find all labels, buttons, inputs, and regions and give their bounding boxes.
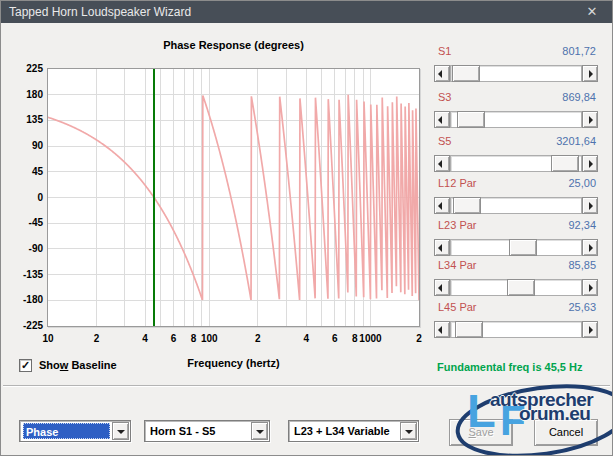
scroll-left-arrow-icon[interactable] [434, 197, 450, 214]
slider-row-l45-par: L45 Par25,63 [434, 301, 598, 339]
y-tick-label: -135 [9, 269, 43, 280]
slider-scrollbar[interactable] [434, 65, 598, 82]
slider-value: 869,84 [562, 91, 596, 106]
logo-text-lautsprecher: autsprecher [490, 389, 593, 411]
slider-thumb[interactable] [455, 321, 483, 338]
graph-type-combobox[interactable]: Phase [19, 420, 131, 442]
slider-value: 92,34 [568, 219, 596, 234]
scroll-right-arrow-icon[interactable] [582, 279, 598, 296]
x-tick-label: 6 [171, 333, 177, 344]
dropdown-arrow-icon[interactable] [251, 422, 268, 440]
slider-label: L34 Par [438, 259, 477, 274]
horn-segment-value: Horn S1 - S5 [148, 423, 249, 439]
slider-scrollbar[interactable] [434, 239, 598, 256]
slider-label: S1 [438, 45, 451, 60]
y-tick-label: -90 [9, 243, 43, 254]
slider-scrollbar[interactable] [434, 321, 598, 338]
y-tick-label: 90 [9, 140, 43, 151]
slider-thumb[interactable] [452, 65, 480, 82]
slider-label-row: S3869,84 [434, 91, 598, 106]
slider-value: 25,00 [568, 177, 596, 192]
graph-type-value: Phase [23, 423, 110, 439]
chart-title: Phase Response (degrees) [48, 39, 419, 51]
save-button[interactable]: Save [449, 419, 513, 446]
slider-value: 801,72 [562, 45, 596, 60]
scroll-left-arrow-icon[interactable] [434, 279, 450, 296]
x-tick-label: 2 [416, 333, 422, 344]
slider-label-row: L45 Par25,63 [434, 301, 598, 316]
scroll-left-arrow-icon[interactable] [434, 155, 450, 172]
slider-thumb[interactable] [509, 239, 537, 256]
variable-mode-combobox[interactable]: L23 + L34 Variable [288, 420, 419, 442]
x-tick-label: 8 [191, 333, 197, 344]
slider-label: S3 [438, 91, 451, 106]
x-tick-label: 1000 [359, 333, 381, 344]
slider-label: S5 [438, 135, 451, 150]
phase-chart-svg [48, 69, 419, 326]
x-tick-label: 10 [42, 333, 53, 344]
y-tick-label: 0 [9, 192, 43, 203]
y-tick-label: 45 [9, 166, 43, 177]
x-tick-label: 8 [352, 333, 358, 344]
x-tick-label: 2 [255, 333, 261, 344]
y-tick-label: 135 [9, 114, 43, 125]
phase-chart-plot [47, 68, 420, 327]
slider-row-s1: S1801,72 [434, 45, 598, 83]
slider-label-row: L12 Par25,00 [434, 177, 598, 192]
check-icon: ✓ [21, 359, 30, 371]
dropdown-arrow-icon[interactable] [112, 422, 129, 440]
cancel-button[interactable]: Cancel [534, 419, 598, 446]
slider-value: 25,63 [568, 301, 596, 316]
slider-scrollbar[interactable] [434, 279, 598, 296]
y-tick-label: -225 [9, 320, 43, 331]
slider-label: L23 Par [438, 219, 477, 234]
slider-thumb[interactable] [551, 155, 579, 172]
title-bar: Tapped Horn Loudspeaker Wizard ✕ [1, 1, 612, 23]
slider-scrollbar[interactable] [434, 155, 598, 172]
slider-scrollbar[interactable] [434, 111, 598, 128]
slider-value: 85,85 [568, 259, 596, 274]
scroll-left-arrow-icon[interactable] [434, 239, 450, 256]
show-baseline-checkbox[interactable]: ✓ [19, 359, 32, 372]
scroll-right-arrow-icon[interactable] [582, 65, 598, 82]
y-tick-label: -180 [9, 294, 43, 305]
x-tick-label: 4 [304, 333, 310, 344]
scroll-right-arrow-icon[interactable] [582, 111, 598, 128]
slider-row-s3: S3869,84 [434, 91, 598, 129]
slider-thumb[interactable] [507, 279, 535, 296]
divider [3, 385, 610, 387]
slider-thumb[interactable] [457, 111, 485, 128]
x-tick-label: 6 [332, 333, 338, 344]
slider-row-l23-par: L23 Par92,34 [434, 219, 598, 257]
x-tick-label: 4 [142, 333, 148, 344]
slider-label-row: S53201,64 [434, 135, 598, 150]
window-title: Tapped Horn Loudspeaker Wizard [9, 5, 191, 19]
scroll-right-arrow-icon[interactable] [582, 197, 598, 214]
show-baseline-label: Show Baseline [39, 359, 117, 371]
close-icon[interactable]: ✕ [572, 1, 612, 23]
slider-label-row: L23 Par92,34 [434, 219, 598, 234]
variable-mode-value: L23 + L34 Variable [292, 423, 398, 439]
slider-scrollbar[interactable] [434, 197, 598, 214]
dropdown-arrow-icon[interactable] [400, 422, 417, 440]
slider-value: 3201,64 [556, 135, 596, 150]
slider-row-l12-par: L12 Par25,00 [434, 177, 598, 215]
fundamental-freq-text: Fundamental freq is 45,5 Hz [437, 361, 612, 373]
scroll-left-arrow-icon[interactable] [434, 321, 450, 338]
slider-label-row: S1801,72 [434, 45, 598, 60]
slider-thumb[interactable] [453, 197, 481, 214]
scroll-right-arrow-icon[interactable] [582, 155, 598, 172]
x-tick-label: 100 [201, 333, 218, 344]
scroll-right-arrow-icon[interactable] [582, 239, 598, 256]
slider-row-l34-par: L34 Par85,85 [434, 259, 598, 297]
slider-label: L45 Par [438, 301, 477, 316]
horn-segment-combobox[interactable]: Horn S1 - S5 [144, 420, 270, 442]
slider-label-row: L34 Par85,85 [434, 259, 598, 274]
wizard-dialog: Tapped Horn Loudspeaker Wizard ✕ Phase R… [0, 0, 613, 456]
scroll-left-arrow-icon[interactable] [434, 65, 450, 82]
slider-label: L12 Par [438, 177, 477, 192]
y-tick-label: 225 [9, 63, 43, 74]
scroll-left-arrow-icon[interactable] [434, 111, 450, 128]
scroll-right-arrow-icon[interactable] [582, 321, 598, 338]
y-tick-label: 180 [9, 89, 43, 100]
